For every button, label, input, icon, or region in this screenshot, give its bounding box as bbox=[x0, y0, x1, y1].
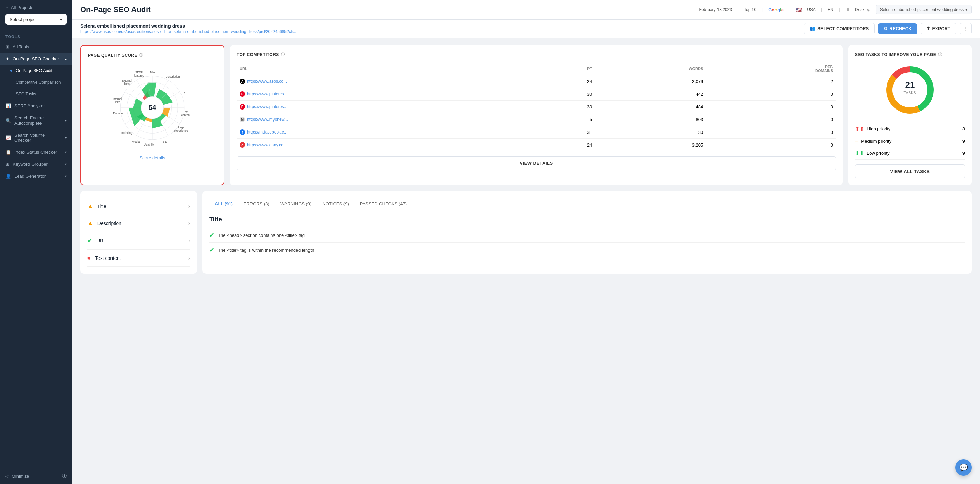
competitor-url[interactable]: M https://www.myonew... bbox=[240, 117, 534, 122]
competitor-ref-domains: 2 bbox=[706, 75, 836, 88]
sidebar-item-serp-analyzer[interactable]: 📊 SERP Analyzer bbox=[0, 100, 72, 112]
bar-chart-icon: 📊 bbox=[5, 103, 11, 108]
competitor-words: 2,079 bbox=[595, 75, 706, 88]
col-url: URL bbox=[237, 62, 536, 75]
tab-all[interactable]: ALL (91) bbox=[209, 198, 238, 210]
chevron-down-icon: ▾ bbox=[65, 162, 67, 166]
competitors-card: TOP COMPETITORS ⓘ URL PT WORDS REF.DOMAI… bbox=[230, 45, 843, 185]
col-words: WORDS bbox=[595, 62, 706, 75]
success-icon: ✔ bbox=[209, 246, 215, 254]
sidebar-item-on-page-seo-checker[interactable]: ✦ On-Page SEO Checker ▴ bbox=[0, 53, 72, 65]
svg-text:Description: Description bbox=[166, 75, 180, 78]
donut-chart-container: 21 TASKS bbox=[855, 62, 965, 118]
competitor-pt: 31 bbox=[536, 126, 595, 139]
info-icon[interactable]: ⓘ bbox=[139, 53, 143, 58]
chevron-down-icon: ▾ bbox=[65, 119, 67, 123]
competitor-url[interactable]: P https://www.pinteres... bbox=[240, 91, 534, 97]
chat-button[interactable]: 💬 bbox=[955, 459, 972, 476]
table-row: A https://www.asos.co... 24 2,079 2 bbox=[237, 75, 836, 88]
tab-errors[interactable]: ERRORS (3) bbox=[238, 198, 275, 210]
sidebar-item-competitive-comparison[interactable]: Competitive Comparison bbox=[0, 76, 72, 88]
info-icon[interactable]: ⓘ bbox=[938, 52, 942, 57]
medium-priority-count: 9 bbox=[963, 139, 965, 144]
sidebar-item-search-volume-checker[interactable]: 📈 Search Volume Checker ▾ bbox=[0, 129, 72, 146]
seo-tasks-card: SEO TASKS TO IMPROVE YOUR PAGE ⓘ 21 TASK… bbox=[848, 45, 972, 185]
score-details-link[interactable]: Score details bbox=[139, 155, 165, 160]
seo-list-card: ▲ Title › ▲ Description › ✔ URL bbox=[80, 191, 197, 274]
tab-notices[interactable]: NOTICES (9) bbox=[317, 198, 354, 210]
seo-item-text-content[interactable]: ● Text content › bbox=[87, 250, 190, 267]
table-row: P https://www.pinteres... 30 442 0 bbox=[237, 88, 836, 100]
svg-text:links: links bbox=[115, 100, 121, 103]
success-icon: ✔ bbox=[209, 231, 215, 239]
svg-text:features: features bbox=[134, 74, 144, 77]
users-icon: 👥 bbox=[810, 26, 815, 31]
all-projects-label: All Projects bbox=[11, 5, 33, 10]
table-row: M https://www.myonew... 5 803 0 bbox=[237, 113, 836, 126]
chevron-down-icon: ▾ bbox=[65, 174, 67, 178]
svg-text:Indexing: Indexing bbox=[121, 131, 132, 135]
select-competitors-button[interactable]: 👥 SELECT COMPETITORS bbox=[804, 23, 875, 34]
project-select[interactable]: Select project ▾ bbox=[5, 14, 67, 25]
competitor-words: 442 bbox=[595, 88, 706, 100]
page-url[interactable]: https://www.asos.com/us/asos-edition/aso… bbox=[80, 29, 296, 34]
seo-item-title[interactable]: ▲ Title › bbox=[87, 198, 190, 215]
competitor-words: 803 bbox=[595, 113, 706, 126]
sidebar-item-lead-generator[interactable]: 👤 Lead Generator ▾ bbox=[0, 170, 72, 182]
competitor-url[interactable]: P https://www.pinteres... bbox=[240, 104, 534, 110]
sidebar-item-seo-tasks[interactable]: SEO Tasks bbox=[0, 88, 72, 100]
tab-warnings[interactable]: WARNINGS (9) bbox=[275, 198, 317, 210]
svg-text:Site: Site bbox=[163, 140, 168, 143]
nav-label: On-Page SEO Audit bbox=[16, 68, 52, 73]
high-priority-icon: ⬆⬆ bbox=[855, 126, 864, 132]
col-ref-domains: REF.DOMAINS bbox=[706, 62, 836, 75]
tab-passed[interactable]: PASSED CHECKS (47) bbox=[355, 198, 412, 210]
more-options-button[interactable]: ⋮ bbox=[960, 23, 972, 34]
competitor-url[interactable]: f https://m.facebook.c... bbox=[240, 129, 534, 135]
competitor-url[interactable]: A https://www.asos.co... bbox=[240, 79, 534, 84]
svg-text:Domain: Domain bbox=[113, 111, 123, 115]
chevron-right-icon: › bbox=[188, 203, 190, 209]
sidebar-item-index-status-checker[interactable]: 📋 Index Status Checker ▾ bbox=[0, 146, 72, 158]
chevron-down-icon: ▾ bbox=[965, 7, 967, 12]
google-icon: Google bbox=[768, 7, 784, 12]
recheck-button[interactable]: ↻ RECHECK bbox=[878, 23, 917, 34]
view-all-tasks-button[interactable]: VIEW ALL TASKS bbox=[855, 164, 965, 178]
sidebar-item-all-tools[interactable]: ⊞ All Tools bbox=[0, 41, 72, 53]
check-item-1: ✔ The <head> section contains one <title… bbox=[209, 228, 965, 243]
sidebar-item-keyword-grouper[interactable]: ⊞ Keyword Grouper ▾ bbox=[0, 158, 72, 170]
keyword-dropdown[interactable]: Selena embellished placement wedding dre… bbox=[876, 5, 972, 14]
chat-icon: 💬 bbox=[959, 463, 968, 472]
all-projects-link[interactable]: ⌂ All Projects bbox=[5, 5, 67, 10]
radar-chart-container: 54 Title Description URL Text content Pa… bbox=[88, 63, 217, 160]
high-priority-row: ⬆⬆ High priority 3 bbox=[855, 123, 965, 135]
chevron-down-icon: ▾ bbox=[65, 150, 67, 154]
competitor-url[interactable]: e https://www.ebay.co... bbox=[240, 142, 534, 148]
seo-item-description[interactable]: ▲ Description › bbox=[87, 215, 190, 232]
country-flag: 🇺🇸 bbox=[796, 7, 802, 12]
check-icon: ✦ bbox=[5, 56, 9, 61]
info-icon[interactable]: ⓘ bbox=[281, 52, 285, 57]
competitor-pt: 24 bbox=[536, 75, 595, 88]
seo-item-url[interactable]: ✔ URL › bbox=[87, 232, 190, 250]
export-button[interactable]: ⬆ EXPORT bbox=[921, 23, 956, 34]
content-area: PAGE QUALITY SCORE ⓘ bbox=[72, 38, 980, 484]
svg-text:54: 54 bbox=[149, 103, 156, 111]
sidebar-item-search-engine-autocomplete[interactable]: 🔍 Search Engine Autocomplete ▾ bbox=[0, 112, 72, 129]
low-priority-label: Low priority bbox=[867, 151, 889, 156]
competitor-ref-domains: 0 bbox=[706, 139, 836, 151]
competitor-ref-domains: 0 bbox=[706, 100, 836, 113]
competitor-ref-domains: 0 bbox=[706, 88, 836, 100]
top-row: PAGE QUALITY SCORE ⓘ bbox=[80, 45, 972, 185]
check-item-2: ✔ The <title> tag is within the recommen… bbox=[209, 243, 965, 257]
bullet-icon bbox=[10, 81, 12, 83]
page-title: On-Page SEO Audit bbox=[80, 5, 151, 14]
minimize-label: Minimize bbox=[12, 474, 29, 479]
medium-priority-icon: ≡ bbox=[855, 138, 858, 144]
view-details-button[interactable]: VIEW DETAILS bbox=[237, 156, 836, 170]
keyword-label: Selena embellished placement wedding dre… bbox=[880, 7, 964, 12]
nav-label: SEO Tasks bbox=[16, 92, 36, 96]
sidebar-item-on-page-seo-audit[interactable]: On-Page SEO Audit bbox=[0, 65, 72, 76]
nav-label: Keyword Grouper bbox=[13, 162, 48, 167]
minimize-button[interactable]: ◁ Minimize ⓘ bbox=[0, 468, 72, 484]
